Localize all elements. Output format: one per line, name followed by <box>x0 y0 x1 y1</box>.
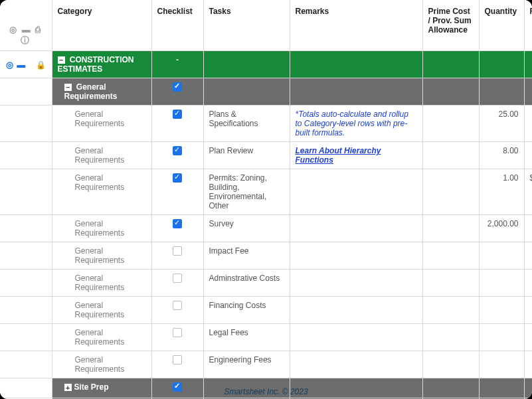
table-row[interactable]: General RequirementsPlan ReviewLearn Abo… <box>0 142 532 169</box>
col-prime[interactable]: Prime Cost / Prov. Sum Allowance <box>422 0 479 51</box>
section-construction-estimates[interactable]: ◎ ▬ 🔒 − CONSTRUCTION ESTIMATES - <box>0 51 532 78</box>
col-quantity[interactable]: Quantity <box>479 0 524 51</box>
remark-link[interactable]: Learn About Hierarchy Functions <box>296 146 381 165</box>
cell-prime[interactable] <box>422 169 479 215</box>
table-row[interactable]: General RequirementsPlans & Specificatio… <box>0 106 532 142</box>
table-row[interactable]: General RequirementsImpact Fee <box>0 242 532 270</box>
cell-category[interactable]: General Requirements <box>52 106 151 142</box>
cell-category[interactable]: General Requirements <box>52 351 151 378</box>
section-checklist[interactable]: - <box>151 51 203 78</box>
table-row[interactable]: General RequirementsAdminstrative Costs <box>0 270 532 297</box>
checklist-checkbox[interactable] <box>173 246 182 256</box>
row-action-attach-icon[interactable]: ◎ <box>6 60 15 70</box>
table-row[interactable]: General RequirementsFinancing Costs <box>0 297 532 324</box>
section-label: CONSTRUCTION ESTIMATES <box>58 55 134 74</box>
header-row: ◎ ▬ ⎙ ⓘ Category Checklist Tasks Remarks… <box>0 0 532 51</box>
col-last[interactable]: R <box>524 0 532 51</box>
checklist-checkbox[interactable] <box>173 301 182 310</box>
row-toolbar-icons: ◎ ▬ ⎙ ⓘ <box>9 25 42 45</box>
lock-icon[interactable]: 🔒 <box>36 60 46 70</box>
cell-category[interactable]: General Requirements <box>52 324 151 351</box>
checklist-checkbox[interactable] <box>173 328 182 337</box>
cell-category[interactable]: General Requirements <box>52 242 151 270</box>
cell-task[interactable]: Impact Fee <box>203 242 290 270</box>
section-general-requirements[interactable]: − General Requirements <box>0 78 532 106</box>
cell-category[interactable]: General Requirements <box>52 297 151 324</box>
cell-last[interactable] <box>524 351 532 378</box>
cell-remarks[interactable] <box>290 270 422 297</box>
cell-task[interactable]: Permits: Zoning, Building, Environementa… <box>203 169 290 215</box>
collapse-icon[interactable]: − <box>58 56 65 64</box>
cell-quantity[interactable] <box>479 242 524 270</box>
cell-prime[interactable] <box>422 215 479 242</box>
cell-prime[interactable] <box>422 270 479 297</box>
checklist-checkbox[interactable] <box>173 173 182 183</box>
cell-quantity[interactable]: 8.00 <box>479 142 524 169</box>
checklist-checkbox[interactable] <box>173 355 182 364</box>
table-row[interactable]: General RequirementsSurvey2,000.00 <box>0 215 532 242</box>
app-window: ◎ ▬ ⎙ ⓘ Category Checklist Tasks Remarks… <box>0 0 532 399</box>
cell-prime[interactable] <box>422 324 479 351</box>
cell-task[interactable]: Plans & Specifications <box>203 106 290 142</box>
cell-quantity[interactable] <box>479 297 524 324</box>
cell-last[interactable]: $ <box>524 169 532 215</box>
cell-quantity[interactable]: 25.00 <box>479 106 524 142</box>
cell-remarks[interactable]: *Totals auto-calculate and rollup to Cat… <box>290 106 422 142</box>
cell-task[interactable]: Legal Fees <box>203 324 290 351</box>
cell-prime[interactable] <box>422 297 479 324</box>
cell-prime[interactable] <box>422 106 479 142</box>
cell-task[interactable]: Plan Review <box>203 142 290 169</box>
col-tasks[interactable]: Tasks <box>203 0 290 51</box>
checklist-checkbox[interactable] <box>173 82 182 92</box>
row-action-comment-icon[interactable]: ▬ <box>17 60 27 70</box>
cell-category[interactable]: General Requirements <box>52 215 151 242</box>
col-category[interactable]: Category <box>52 0 151 51</box>
cell-last[interactable] <box>524 324 532 351</box>
cell-remarks[interactable] <box>290 351 422 378</box>
cell-category[interactable]: General Requirements <box>52 169 151 215</box>
cell-last[interactable] <box>524 215 532 242</box>
footer-attribution: Smartsheet Inc. © 2023 <box>0 387 532 396</box>
checklist-checkbox[interactable] <box>173 219 182 228</box>
cell-quantity[interactable] <box>479 351 524 378</box>
cell-remarks[interactable]: Learn About Hierarchy Functions <box>290 142 422 169</box>
col-checklist[interactable]: Checklist <box>151 0 203 51</box>
cell-last[interactable] <box>524 242 532 270</box>
cell-remarks[interactable] <box>290 297 422 324</box>
cell-task[interactable]: Financing Costs <box>203 297 290 324</box>
cell-quantity[interactable]: 2,000.00 <box>479 215 524 242</box>
cell-last[interactable] <box>524 106 532 142</box>
checklist-checkbox[interactable] <box>173 146 182 155</box>
estimate-grid: ◎ ▬ ⎙ ⓘ Category Checklist Tasks Remarks… <box>0 0 532 399</box>
col-remarks[interactable]: Remarks <box>290 0 422 51</box>
cell-task[interactable]: Engineering Fees <box>203 351 290 378</box>
table-row[interactable]: General RequirementsLegal Fees <box>0 324 532 351</box>
section-label: General Requirements <box>64 82 118 101</box>
checklist-checkbox[interactable] <box>173 274 182 283</box>
cell-prime[interactable] <box>422 242 479 270</box>
cell-category[interactable]: General Requirements <box>52 270 151 297</box>
cell-last[interactable] <box>524 297 532 324</box>
cell-quantity[interactable]: 1.00 <box>479 169 524 215</box>
checklist-checkbox[interactable] <box>173 110 182 119</box>
remark-note: *Totals auto-calculate and rollup to Cat… <box>296 110 408 137</box>
cell-quantity[interactable] <box>479 270 524 297</box>
cell-remarks[interactable] <box>290 324 422 351</box>
cell-task[interactable]: Survey <box>203 215 290 242</box>
collapse-icon[interactable]: − <box>64 84 72 91</box>
cell-quantity[interactable] <box>479 324 524 351</box>
table-row[interactable]: General RequirementsEngineering Fees <box>0 351 532 378</box>
table-row[interactable]: General RequirementsPermits: Zoning, Bui… <box>0 169 532 215</box>
cell-category[interactable]: General Requirements <box>52 142 151 169</box>
cell-remarks[interactable] <box>290 215 422 242</box>
cell-last[interactable] <box>524 270 532 297</box>
cell-prime[interactable] <box>422 142 479 169</box>
cell-prime[interactable] <box>422 351 479 378</box>
cell-last[interactable] <box>524 142 532 169</box>
cell-remarks[interactable] <box>290 242 422 270</box>
cell-task[interactable]: Adminstrative Costs <box>203 270 290 297</box>
cell-remarks[interactable] <box>290 169 422 215</box>
